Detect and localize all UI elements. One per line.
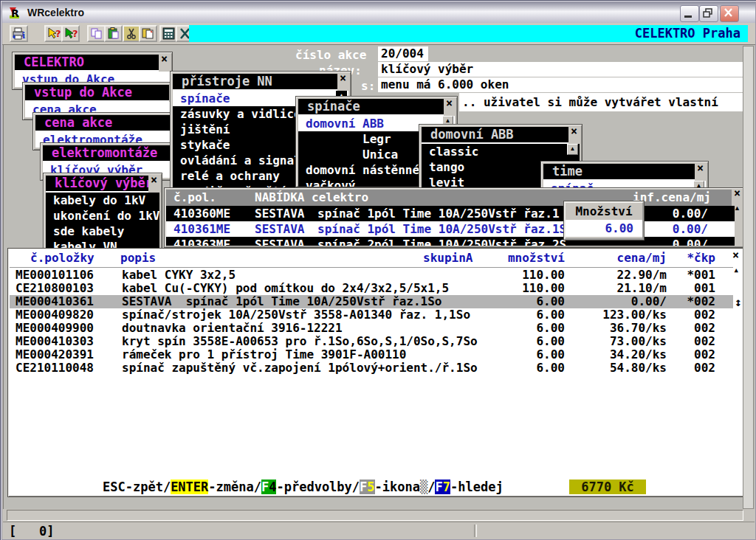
context-help-green-button[interactable]: ?: [61, 25, 80, 42]
quantity-label: Množství: [566, 203, 642, 220]
offer-row[interactable]: 410363MESESTAVAspínač 2pól Time 10A/250V…: [166, 237, 735, 246]
company-banner: CELEKTRO Praha: [189, 25, 748, 42]
close-icon[interactable]: ×: [732, 189, 742, 198]
offer-row[interactable]: 410361MESESTAVAspínač 1pól Time 10A/250V…: [166, 221, 735, 237]
offer-header: č.pol. NABÍDKA celektro inf.cena/mj: [166, 190, 732, 206]
table-row[interactable]: CE210110048spínač zapuštěný vč.zapojení …: [10, 361, 733, 375]
offer-header-number: č.pol.: [173, 190, 216, 206]
col-header-desc: popis: [120, 250, 156, 266]
toolbar: i ? ? CELEKTRO Praha: [2, 23, 755, 45]
table-row[interactable]: ME000410303kryt spín 3558E-A00653 pro ř.…: [10, 335, 733, 348]
menu-window-title: přístroje NN: [173, 74, 337, 91]
status-segment: 7: [443, 480, 450, 494]
close-icon[interactable]: ×: [569, 127, 579, 136]
restore-button[interactable]: [699, 5, 718, 22]
quantity-popup: Množství 6.00: [564, 201, 644, 240]
status-segment: -hledej: [450, 480, 504, 494]
status-segment: F: [261, 480, 269, 494]
app-logo-icon: R: [8, 6, 22, 20]
status-segment: /: [427, 480, 435, 494]
close-button[interactable]: [720, 5, 739, 22]
offer-row[interactable]: 410360MESESTAVAspínač 1pól Time 10A/250V…: [166, 206, 735, 221]
status-segment: 4: [269, 480, 276, 494]
menu-item[interactable]: ukončení do 1kV: [46, 208, 159, 224]
status-segment: -předvolby/: [276, 480, 360, 494]
window-title: WRcelektro: [27, 7, 84, 18]
copy-button[interactable]: [87, 25, 106, 42]
menu-window-klicovy-vyber: klíčový výběr × kabely do 1kVukončení do…: [43, 173, 162, 252]
status-segment: ▒: [420, 480, 427, 494]
menu-item[interactable]: classic: [422, 144, 580, 159]
quantity-input[interactable]: 6.00: [566, 220, 642, 237]
status-segment: F: [435, 480, 442, 494]
status-segment: ESC-zpět/: [103, 480, 171, 494]
scroll-up-icon[interactable]: ▲: [735, 266, 738, 274]
menu-window-title: cena akce: [35, 115, 179, 132]
table-row[interactable]: CE210800103kabel Cu(-CYKY) pod omítkou d…: [10, 282, 733, 295]
table-row[interactable]: ME000410361SESTAVA spínač 1pól Time 10A/…: [10, 295, 733, 308]
svg-text:i: i: [22, 31, 25, 40]
field-value-popis[interactable]: menu má 6.000 oken: [378, 77, 746, 92]
close-icon[interactable]: ×: [444, 99, 454, 108]
menu-window-title: spínače: [298, 99, 444, 116]
context-help-yellow-button[interactable]: ?: [44, 25, 63, 42]
table-row[interactable]: ME000409900doutnavka orientační 3916-122…: [10, 322, 733, 335]
table-row[interactable]: ME000409820spínač/strojek 10A/250Vstř 35…: [10, 308, 733, 322]
client-area: číslo akce 20/004 název: klíčový výběr s…: [3, 44, 755, 509]
offer-window: č.pol. NABÍDKA celektro inf.cena/mj × ▲ …: [164, 187, 744, 248]
field-label-cislo-akce: číslo akce: [295, 48, 366, 62]
field-label-popis: s:: [361, 79, 375, 93]
items-table-window: č.položky popis množství cena/mj *čkp sk…: [7, 248, 744, 497]
scroll-updown-icon[interactable]: ↕: [735, 295, 742, 309]
status-segment: -změna/: [208, 480, 261, 494]
close-icon[interactable]: ×: [159, 55, 169, 64]
status-segment: -ikona: [375, 480, 420, 494]
table-row[interactable]: ME000420391rámeček pro 1 přístroj Time 3…: [10, 348, 733, 361]
col-header-group: skupinA: [423, 250, 472, 266]
print-info-button[interactable]: i: [10, 25, 28, 42]
app-window: R WRcelektro i ? ?: [0, 0, 756, 540]
menu-window-title: vstup do Akce: [25, 85, 169, 102]
status-segment: F: [360, 480, 367, 494]
minimize-button[interactable]: [680, 5, 699, 22]
bottom-status-bar: [ 0]: [3, 522, 755, 539]
offer-header-name: NABÍDKA celektro: [255, 190, 368, 206]
menu-window-title: time: [543, 164, 695, 181]
menu-window-title: domovní ABB: [422, 127, 568, 144]
col-header-ckp: *čkp: [659, 250, 715, 266]
paste-button[interactable]: [104, 25, 123, 42]
close-icon[interactable]: ×: [731, 251, 740, 260]
col-header-price: cena/mj: [571, 250, 667, 266]
scroll-up-icon[interactable]: ▲: [734, 204, 740, 212]
title-bar[interactable]: R WRcelektro: [2, 2, 755, 23]
close-icon[interactable]: ×: [149, 176, 159, 185]
status-divider: [474, 525, 477, 537]
col-header-id: č.položky: [30, 250, 94, 266]
paste-special-button[interactable]: [139, 25, 157, 42]
status-segment: ENTER: [171, 480, 208, 494]
menu-window-title: elektromontáže: [43, 145, 187, 162]
vertical-scrollbar[interactable]: [743, 46, 754, 509]
close-icon[interactable]: ×: [338, 74, 348, 83]
horizontal-scrollbar[interactable]: [7, 510, 743, 521]
total-price-badge: 6770 Kč: [569, 480, 646, 494]
scroll-up-icon[interactable]: ▲: [567, 144, 578, 155]
close-icon[interactable]: ×: [695, 164, 705, 173]
svg-text:R: R: [11, 7, 19, 19]
menu-item[interactable]: sde kabely: [46, 224, 159, 239]
svg-text:?: ?: [55, 28, 61, 39]
status-segment: 5: [367, 480, 374, 494]
record-counter: [ 0]: [9, 524, 54, 539]
table-header-row: č.položky popis množství cena/mj *čkp: [10, 250, 733, 268]
field-value-cislo-akce[interactable]: 20/004: [378, 46, 428, 61]
table-row[interactable]: ME000101106kabel CYKY 3x2,5110.0022.90/m…: [10, 269, 733, 282]
menu-window-title: klíčový výběr: [46, 176, 148, 193]
svg-text:?: ?: [72, 28, 78, 39]
field-note: .. uživatel si může vytvářet vlastní: [459, 93, 746, 111]
menu-window-title: CELEKTRO: [15, 55, 159, 72]
field-value-nazev[interactable]: klíčový výběr: [378, 62, 746, 77]
menu-item[interactable]: kabely do 1kV: [46, 193, 159, 208]
